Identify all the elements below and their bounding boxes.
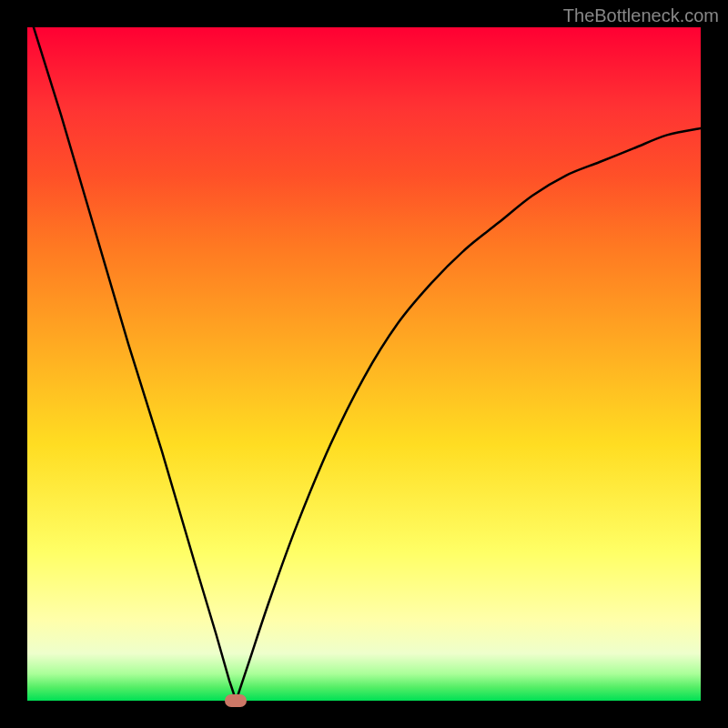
minimum-marker — [225, 694, 247, 707]
watermark-text: TheBottleneck.com — [563, 5, 719, 26]
bottleneck-curve — [27, 27, 701, 701]
plot-area — [27, 27, 701, 701]
chart-frame: TheBottleneck.com — [0, 0, 728, 728]
